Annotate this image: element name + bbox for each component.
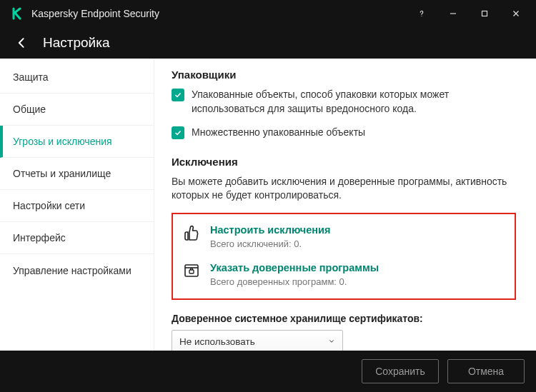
sidebar-item-label: Интерфейс <box>13 232 66 243</box>
body: Защита Общие Угрозы и исключения Отчеты … <box>0 59 536 351</box>
svg-rect-6 <box>189 270 194 273</box>
configure-exclusions-sub: Всего исключений: 0. <box>210 238 330 249</box>
subheader: Настройка <box>0 27 536 59</box>
sidebar-item-reports-storage[interactable]: Отчеты и хранилище <box>0 158 154 190</box>
sidebar-item-manage-settings[interactable]: Управление настройками <box>0 254 154 286</box>
sidebar-item-label: Отчеты и хранилище <box>13 168 111 179</box>
sidebar-item-label: Защита <box>13 71 49 83</box>
packers-heading: Упаковщики <box>172 69 516 81</box>
sidebar-item-threats-exclusions[interactable]: Угрозы и исключения <box>0 126 154 158</box>
cancel-button[interactable]: Отмена <box>447 359 525 383</box>
footer: Сохранить Отмена <box>0 351 536 392</box>
trusted-apps-row: Указать доверенные программы Всего довер… <box>183 262 505 287</box>
close-button[interactable] <box>500 0 532 27</box>
main-content: Упаковщики Упакованные объекты, способ у… <box>154 59 536 351</box>
checkbox-multipacked[interactable] <box>172 126 184 139</box>
maximize-button[interactable] <box>469 0 500 27</box>
minimize-button[interactable] <box>437 0 469 27</box>
sidebar-item-label: Общие <box>13 104 46 115</box>
thumbs-up-icon <box>183 224 200 241</box>
sidebar-item-label: Настройки сети <box>13 200 85 211</box>
chevron-down-icon <box>328 336 335 347</box>
certstore-label: Доверенное системное хранилище сертифика… <box>172 313 516 324</box>
sidebar-item-interface[interactable]: Интерфейс <box>0 222 154 254</box>
sidebar-item-protection[interactable]: Защита <box>0 61 154 94</box>
sidebar-item-label: Управление настройками <box>13 265 131 276</box>
sidebar-item-label: Угрозы и исключения <box>13 136 112 147</box>
trusted-apps-sub: Всего доверенных программ: 0. <box>210 276 379 287</box>
configure-exclusions-row: Настроить исключения Всего исключений: 0… <box>183 224 505 249</box>
titlebar: Kaspersky Endpoint Security <box>0 0 536 27</box>
app-title: Kaspersky Endpoint Security <box>31 8 406 19</box>
configure-exclusions-link[interactable]: Настроить исключения <box>210 224 330 236</box>
packers-check1-row: Упакованные объекты, способ упаковки кот… <box>172 88 516 116</box>
exclusions-desc: Вы можете добавить исключения и доверенн… <box>172 175 516 203</box>
checkbox-packed-objects[interactable] <box>172 89 184 101</box>
back-button[interactable] <box>14 35 30 51</box>
certstore-value: Не использовать <box>179 336 255 347</box>
exclusions-highlight-box: Настроить исключения Всего исключений: 0… <box>172 213 516 300</box>
svg-rect-1 <box>482 11 487 16</box>
sidebar-item-network[interactable]: Настройки сети <box>0 190 154 222</box>
trusted-apps-link[interactable]: Указать доверенные программы <box>210 262 379 273</box>
page-title: Настройка <box>43 35 110 51</box>
exclusions-heading: Исключения <box>172 156 516 168</box>
sidebar: Защита Общие Угрозы и исключения Отчеты … <box>0 59 154 351</box>
app-window: Kaspersky Endpoint Security Настройка За… <box>0 0 536 392</box>
checkbox-multipacked-label: Множественно упакованные объекты <box>192 126 365 140</box>
help-button[interactable] <box>406 0 437 27</box>
checkbox-packed-objects-label: Упакованные объекты, способ упаковки кот… <box>192 88 510 116</box>
packers-check2-row: Множественно упакованные объекты <box>172 126 516 140</box>
titlebar-controls <box>406 0 532 27</box>
kaspersky-logo-icon <box>11 7 24 20</box>
svg-rect-4 <box>185 265 198 276</box>
sidebar-item-general[interactable]: Общие <box>0 94 154 126</box>
trusted-app-icon <box>183 262 200 279</box>
certstore-select[interactable]: Не использовать <box>172 330 343 351</box>
save-button[interactable]: Сохранить <box>362 359 439 383</box>
